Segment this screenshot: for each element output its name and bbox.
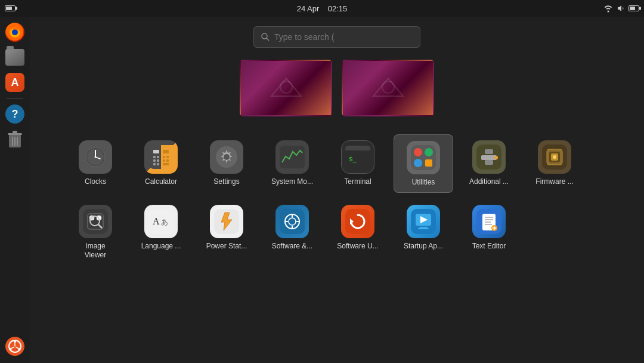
- app-item-software-updater[interactable]: Software U...: [328, 199, 388, 265]
- svg-rect-34: [157, 159, 159, 162]
- app-item-terminal[interactable]: $_ Terminal: [328, 134, 388, 193]
- svg-rect-41: [163, 163, 169, 165]
- power-stat-label: Power Stat...: [206, 242, 247, 250]
- dock-item-help[interactable]: ?: [4, 103, 26, 125]
- svg-rect-57: [485, 160, 493, 165]
- software-properties-icon: [275, 205, 309, 238]
- svg-point-58: [494, 156, 498, 159]
- app-item-firmware[interactable]: Firmware ...: [525, 134, 584, 193]
- utilities-icon: [407, 141, 440, 174]
- app-item-system-monitor[interactable]: System Mo...: [262, 134, 322, 193]
- svg-point-16: [262, 33, 267, 39]
- app-item-language[interactable]: A あ Language ...: [131, 199, 191, 265]
- svg-point-52: [414, 159, 422, 167]
- app-item-startup-app[interactable]: Startup Ap...: [394, 199, 453, 265]
- software-updater-icon: [341, 205, 374, 238]
- svg-rect-47: [345, 149, 370, 150]
- appcenter-icon: A: [5, 73, 24, 92]
- svg-rect-64: [83, 209, 108, 234]
- additional-icon: [472, 140, 506, 174]
- app-item-image-viewer[interactable]: ImageViewer: [66, 199, 125, 265]
- svg-point-51: [425, 148, 433, 156]
- startup-app-icon: [407, 205, 440, 238]
- battery-icon: [5, 5, 16, 11]
- svg-rect-49: [411, 145, 436, 170]
- svg-text:$_: $_: [349, 155, 357, 163]
- svg-point-2: [12, 29, 18, 35]
- calculator-icon: [144, 140, 178, 174]
- svg-point-12: [18, 348, 21, 350]
- svg-rect-36: [157, 163, 159, 165]
- window-thumbnail-2[interactable]: [342, 60, 434, 116]
- battery-status-icon: [628, 5, 639, 11]
- dock-item-trash[interactable]: [4, 128, 26, 150]
- system-monitor-label: System Mo...: [271, 177, 313, 186]
- language-icon: A あ: [144, 205, 178, 238]
- svg-rect-29: [153, 150, 159, 153]
- topbar-time: 02:15: [328, 4, 348, 13]
- svg-rect-31: [153, 156, 156, 158]
- dock-item-firefox[interactable]: [4, 21, 26, 43]
- image-viewer-label: ImageViewer: [85, 242, 106, 259]
- firefox-icon: [5, 23, 24, 42]
- topbar-datetime: 24 Apr 02:15: [297, 4, 348, 13]
- main-content: Clocks: [30, 17, 644, 363]
- svg-point-63: [553, 155, 556, 159]
- window-thumbnail-1[interactable]: [240, 60, 332, 116]
- settings-icon: [210, 140, 243, 174]
- clocks-icon: [79, 140, 112, 174]
- svg-rect-37: [163, 156, 165, 158]
- sound-icon: [617, 4, 625, 13]
- dock-divider: [7, 98, 23, 99]
- terminal-icon: $_: [341, 140, 374, 174]
- topbar: 24 Apr 02:15: [0, 0, 644, 17]
- system-monitor-icon: [275, 140, 309, 174]
- battery-fill: [6, 7, 12, 10]
- app-item-text-editor[interactable]: Text Editor: [459, 199, 519, 265]
- app-item-software-properties[interactable]: Software &...: [262, 199, 322, 265]
- svg-rect-87: [418, 228, 429, 229]
- terminal-label: Terminal: [344, 177, 371, 186]
- svg-rect-32: [157, 156, 159, 158]
- topbar-right: [603, 4, 639, 13]
- window-thumb-logo-1: [268, 75, 304, 101]
- app-item-additional[interactable]: Additional ...: [459, 134, 519, 193]
- apps-grid: Clocks: [54, 134, 620, 265]
- app-item-settings[interactable]: Settings: [197, 134, 256, 193]
- svg-point-11: [10, 348, 12, 350]
- app-item-calculator[interactable]: Calculator: [131, 134, 191, 193]
- dock-item-ubuntu[interactable]: [4, 336, 26, 357]
- topbar-left: [5, 5, 16, 11]
- app-item-power-stat[interactable]: Power Stat...: [197, 199, 256, 265]
- svg-text:あ: あ: [161, 218, 168, 226]
- svg-rect-38: [166, 156, 169, 158]
- dock-item-appcenter[interactable]: A: [4, 72, 26, 93]
- topbar-date: 24 Apr: [297, 4, 320, 13]
- svg-rect-75: [280, 209, 305, 234]
- help-icon: ?: [5, 104, 24, 124]
- power-stat-icon: [210, 205, 243, 238]
- app-item-utilities[interactable]: Utilities: [394, 134, 453, 193]
- app-item-clocks[interactable]: Clocks: [66, 134, 125, 193]
- svg-line-14: [11, 347, 14, 349]
- svg-rect-82: [345, 209, 370, 234]
- svg-rect-35: [153, 163, 156, 165]
- svg-line-15: [16, 347, 18, 349]
- search-input[interactable]: [274, 32, 413, 42]
- dock-item-files[interactable]: [4, 47, 26, 68]
- settings-label: Settings: [213, 177, 239, 186]
- svg-rect-30: [163, 150, 169, 153]
- svg-point-43: [224, 154, 230, 160]
- svg-point-24: [95, 156, 97, 158]
- svg-point-18: [280, 81, 292, 93]
- svg-rect-40: [166, 159, 169, 162]
- text-editor-icon: [472, 205, 506, 238]
- search-icon: [261, 33, 270, 41]
- svg-line-17: [267, 38, 269, 41]
- svg-rect-53: [425, 159, 432, 167]
- svg-rect-56: [485, 149, 493, 154]
- window-thumb-logo-2: [370, 75, 406, 101]
- svg-rect-33: [153, 159, 156, 162]
- language-label: Language ...: [141, 242, 181, 250]
- search-bar[interactable]: [253, 26, 420, 48]
